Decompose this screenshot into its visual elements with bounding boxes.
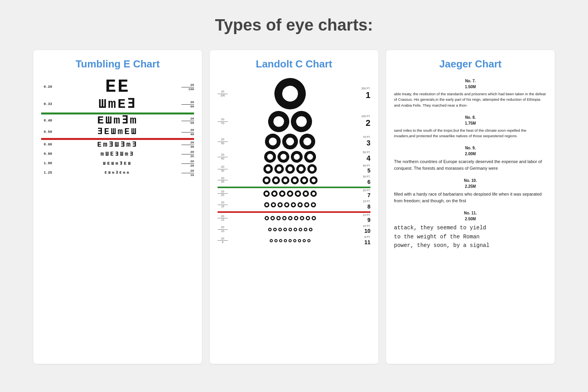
e-right-label: 2025 — [181, 150, 194, 158]
landolt-ring-svg — [307, 239, 310, 242]
c-row-number: 9 — [367, 217, 370, 223]
e-letter: E — [124, 162, 127, 166]
landolt-ring-svg — [263, 164, 273, 174]
landolt-ring-svg — [263, 191, 270, 197]
e-letter: Ш — [115, 141, 119, 148]
green-bar — [218, 187, 370, 188]
charts-container: Tumbling E Chart 0.20EE201000.33ШmEƎ2060… — [20, 50, 568, 364]
c-right-label: 200 FT.1 — [351, 87, 370, 100]
landolt-ring-svg — [310, 191, 317, 197]
e-letter: m — [112, 171, 114, 175]
landolt-ring-svg — [284, 239, 287, 242]
c-left-label: 20100 — [218, 90, 229, 97]
c-left-label: 2040 — [218, 153, 229, 160]
jaeger-title: Jaeger Chart — [394, 58, 547, 70]
landolt-ring-svg — [294, 228, 297, 231]
c-row-number: 5 — [367, 167, 370, 174]
e-left-label: 0.20 — [41, 85, 52, 89]
c-symbols — [229, 151, 351, 163]
landolt-ring-svg — [263, 176, 270, 184]
jaeger-entry-text: The northern countries of Europe scarcel… — [394, 158, 547, 171]
e-letter: E — [97, 141, 102, 148]
jaeger-entry-number: No. 7. 1.50M — [394, 78, 547, 90]
e-letter: E — [107, 162, 110, 166]
landolt-ring-svg — [268, 111, 289, 132]
e-letter: E — [104, 128, 109, 136]
e-left-label: 0.33 — [41, 102, 52, 106]
e-letter: Ш — [103, 162, 106, 166]
c-right-label: 20 FT.7 — [351, 189, 370, 198]
c-row: 203040 FT.5 — [218, 164, 370, 174]
e-left-label: 0.80 — [41, 152, 52, 156]
c-left-label: 2020 — [218, 190, 229, 197]
c-symbols — [229, 111, 351, 132]
e-letter: Ш — [120, 151, 123, 157]
landolt-ring-svg — [285, 164, 295, 174]
landolt-ring-svg — [296, 164, 306, 174]
e-right-label: 2016 — [181, 169, 194, 177]
landolt-ring-svg — [279, 191, 285, 197]
landolt-ring-svg — [298, 202, 303, 207]
e-letter: m — [127, 171, 129, 175]
landolt-ring-svg — [279, 239, 282, 242]
landolt-ring-svg — [278, 228, 282, 231]
e-letter: Ǝ — [130, 151, 133, 157]
landolt-ring-svg — [270, 216, 275, 220]
jaeger-entry: No. 9. 2.00MThe northern countries of Eu… — [394, 145, 547, 171]
c-row-number: 4 — [367, 154, 370, 162]
tumbling-e-chart: 0.20EE201000.33ШmEƎ20600.40EШmƎm20500.50… — [41, 78, 194, 177]
e-letters: EШmƎEmm — [52, 171, 181, 175]
c-row-number: 11 — [364, 239, 370, 245]
landolt-ring-svg — [291, 176, 299, 184]
e-letters: EE — [52, 78, 181, 96]
landolt-ring-svg — [274, 78, 306, 109]
landolt-ring-svg — [312, 216, 316, 220]
landolt-c-chart: 20100200 FT.12070100 FT.2205070 FT.32040… — [218, 78, 370, 245]
c-left-label: 208 — [218, 237, 229, 244]
e-letter: Ш — [131, 128, 136, 136]
landolt-c-title: Landolt C Chart — [218, 58, 370, 70]
landolt-ring-svg — [307, 164, 317, 174]
e-letter: Ǝ — [122, 115, 128, 126]
landolt-ring-svg — [265, 216, 269, 220]
c-symbols — [229, 176, 351, 184]
jaeger-entry-text: filled with a hardy race of barbarians w… — [394, 191, 547, 204]
e-right-label: 2040 — [181, 128, 194, 136]
tumbling-e-card: Tumbling E Chart 0.20EE201000.33ШmEƎ2060… — [33, 50, 202, 364]
e-row: 0.66EmƎШƎmƎ2030 — [41, 141, 194, 149]
landolt-ring-svg — [281, 176, 289, 184]
landolt-ring-svg — [265, 134, 281, 149]
landolt-ring-svg — [291, 202, 296, 207]
landolt-c-card: Landolt C Chart 20100200 FT.12070100 FT.… — [210, 50, 378, 364]
jaeger-entry-text: sand miles to the south of the tropic;bu… — [394, 128, 547, 139]
c-row: 201010 FT.10 — [218, 225, 370, 234]
landolt-ring-svg — [276, 216, 281, 220]
e-letter: Ш — [108, 171, 110, 175]
landolt-ring-svg — [282, 216, 287, 220]
landolt-ring-svg — [310, 176, 318, 184]
landolt-ring-svg — [311, 202, 316, 207]
jaeger-entry-number: No. 9. 2.00M — [394, 145, 547, 157]
c-row-number: 6 — [367, 179, 370, 185]
tumbling-e-title: Tumbling E Chart — [41, 58, 194, 70]
landolt-ring-svg — [278, 151, 289, 163]
landolt-ring-svg — [273, 228, 277, 231]
c-right-label: 40 FT.5 — [351, 164, 370, 174]
jaeger-entry: No. 7. 1.50Mable treaty, the restitution… — [394, 78, 547, 108]
landolt-ring-svg — [299, 228, 302, 231]
e-letter: m — [108, 98, 116, 111]
c-row: 201312 FT.9 — [218, 214, 370, 223]
jaeger-entry-number: No. 10. 2.25M — [394, 178, 547, 189]
e-letter: E — [105, 78, 116, 96]
e-letters: mШEƎШmƎ — [52, 151, 181, 157]
landolt-ring-svg — [264, 202, 269, 207]
c-left-label: 2030 — [218, 165, 229, 172]
landolt-ring-svg — [287, 191, 293, 197]
e-letter: Ш — [105, 151, 109, 157]
landolt-ring-svg — [291, 111, 312, 132]
landolt-ring-svg — [295, 191, 301, 197]
e-letter: m — [101, 151, 104, 157]
e-row: 1.00ШEШmƎEШ2020 — [41, 160, 194, 167]
c-symbols — [229, 191, 351, 197]
e-letter: m — [130, 115, 136, 126]
